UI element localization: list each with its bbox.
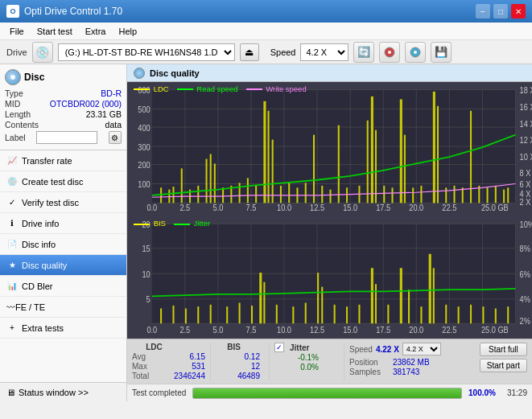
svg-text:8%: 8% bbox=[520, 244, 531, 254]
chart2-legend: BIS Jitter bbox=[134, 219, 210, 228]
svg-text:6 X: 6 X bbox=[520, 180, 531, 190]
minimize-button[interactable]: − bbox=[476, 4, 490, 18]
main-area: Disc Type BD-R MID OTCBDR002 (000) Lengt… bbox=[0, 64, 532, 401]
content-disc-icon bbox=[134, 68, 145, 79]
svg-text:6%: 6% bbox=[520, 269, 531, 279]
nav-fe-te[interactable]: 〰 FE / TE bbox=[0, 297, 126, 318]
svg-text:25.0 GB: 25.0 GB bbox=[481, 325, 509, 335]
svg-rect-32 bbox=[222, 187, 224, 203]
svg-rect-69 bbox=[507, 187, 509, 203]
svg-rect-129 bbox=[346, 306, 348, 323]
speed-stat-label: Speed bbox=[349, 345, 373, 354]
svg-text:10%: 10% bbox=[520, 220, 532, 230]
svg-rect-113 bbox=[160, 309, 162, 324]
svg-text:12 X: 12 X bbox=[520, 136, 532, 146]
drive-bar: Drive 💿 (G:) HL-DT-ST BD-RE WH16NS48 1.D… bbox=[0, 40, 532, 64]
status-text: Test completed bbox=[132, 388, 186, 397]
ldc-total: 2346244 bbox=[161, 372, 205, 380]
menu-help[interactable]: Help bbox=[112, 25, 143, 38]
svg-rect-135 bbox=[408, 290, 410, 323]
svg-rect-118 bbox=[226, 306, 228, 323]
menu-bar: File Start test Extra Help bbox=[0, 23, 532, 40]
svg-text:12.5: 12.5 bbox=[310, 203, 324, 212]
svg-rect-39 bbox=[272, 140, 274, 203]
svg-text:2.5: 2.5 bbox=[179, 325, 190, 335]
menu-extra[interactable]: Extra bbox=[79, 25, 113, 38]
svg-text:5.0: 5.0 bbox=[213, 203, 224, 212]
svg-rect-116 bbox=[197, 306, 199, 323]
label-gear-button[interactable]: ⚙ bbox=[109, 131, 122, 144]
svg-rect-62 bbox=[453, 186, 455, 203]
bis-max: 12 bbox=[216, 362, 260, 371]
status-window-button[interactable]: 🖥 Status window >> bbox=[0, 382, 126, 401]
svg-rect-43 bbox=[305, 183, 307, 203]
svg-text:20.0: 20.0 bbox=[409, 325, 423, 335]
svg-rect-67 bbox=[495, 186, 497, 203]
svg-rect-47 bbox=[338, 125, 340, 203]
content-title: Disc quality bbox=[150, 68, 200, 78]
disc-write-icon[interactable] bbox=[405, 42, 426, 63]
speed-stat-select[interactable]: 4.2 X bbox=[402, 343, 441, 355]
svg-rect-140 bbox=[458, 306, 460, 323]
start-full-button[interactable]: Start full bbox=[480, 343, 527, 356]
svg-rect-68 bbox=[503, 190, 505, 203]
svg-rect-66 bbox=[487, 187, 489, 203]
drive-icon: 💿 bbox=[32, 42, 53, 63]
disc-read-icon[interactable] bbox=[379, 42, 400, 63]
app-title: Opti Drive Control 1.70 bbox=[24, 6, 476, 17]
svg-rect-26 bbox=[181, 168, 183, 203]
svg-rect-134 bbox=[400, 268, 402, 323]
svg-text:2 X: 2 X bbox=[520, 197, 531, 207]
svg-rect-117 bbox=[210, 305, 212, 323]
length-value: 23.31 GB bbox=[86, 109, 122, 119]
svg-rect-139 bbox=[445, 305, 447, 323]
nav-create-test[interactable]: 💿 Create test disc bbox=[0, 171, 126, 192]
svg-rect-115 bbox=[185, 309, 187, 324]
svg-rect-137 bbox=[429, 254, 431, 323]
svg-text:15.0: 15.0 bbox=[343, 325, 357, 335]
refresh-icon[interactable]: 🔄 bbox=[353, 42, 374, 63]
svg-rect-128 bbox=[334, 305, 336, 323]
nav-disc-quality[interactable]: ★ Disc quality bbox=[0, 255, 126, 276]
status-window-label: Status window >> bbox=[19, 388, 89, 397]
position-val: 23862 MB bbox=[393, 358, 430, 367]
svg-rect-52 bbox=[375, 130, 377, 203]
svg-text:14 X: 14 X bbox=[520, 119, 532, 129]
type-value: BD-R bbox=[101, 88, 122, 98]
nav-verify-test[interactable]: ✓ Verify test disc bbox=[0, 192, 126, 213]
nav-extra-tests[interactable]: + Extra tests bbox=[0, 318, 126, 339]
svg-rect-31 bbox=[214, 163, 216, 203]
charts-area: LDC Read speed Write speed bbox=[127, 82, 532, 339]
jitter-checkbox[interactable]: ✓ bbox=[274, 343, 284, 352]
contents-value: data bbox=[105, 120, 122, 129]
length-label: Length bbox=[5, 109, 31, 119]
maximize-button[interactable]: □ bbox=[493, 4, 508, 18]
menu-file[interactable]: File bbox=[3, 25, 31, 38]
sidebar: Disc Type BD-R MID OTCBDR002 (000) Lengt… bbox=[0, 64, 127, 401]
start-part-button[interactable]: Start part bbox=[480, 359, 527, 372]
svg-text:5.0: 5.0 bbox=[213, 325, 224, 335]
svg-text:18 X: 18 X bbox=[520, 86, 532, 96]
progress-percent: 100.0% bbox=[468, 388, 496, 397]
save-icon[interactable]: 💾 bbox=[431, 42, 452, 63]
svg-text:4%: 4% bbox=[520, 295, 531, 305]
status-bar: Test completed 100.0% 31:29 bbox=[127, 384, 532, 401]
svg-rect-23 bbox=[160, 187, 162, 203]
eject-button[interactable]: ⏏ bbox=[240, 43, 259, 61]
svg-rect-25 bbox=[172, 187, 174, 203]
drive-select[interactable]: (G:) HL-DT-ST BD-RE WH16NS48 1.D3 bbox=[58, 43, 235, 61]
nav-disc-info[interactable]: 📄 Disc info bbox=[0, 234, 126, 255]
menu-start-test[interactable]: Start test bbox=[31, 25, 79, 38]
fe-te-icon: 〰 bbox=[6, 302, 15, 312]
svg-text:8 X: 8 X bbox=[520, 168, 531, 178]
speed-select[interactable]: 4.2 X bbox=[300, 43, 348, 61]
nav-transfer-rate[interactable]: 📈 Transfer rate bbox=[0, 150, 126, 171]
svg-rect-122 bbox=[263, 282, 265, 323]
close-button[interactable]: ✕ bbox=[511, 4, 526, 18]
nav-drive-info[interactable]: ℹ Drive info bbox=[0, 213, 126, 234]
svg-text:0.0: 0.0 bbox=[146, 325, 157, 335]
label-input[interactable] bbox=[36, 131, 97, 144]
nav-cd-bler[interactable]: 📊 CD Bler bbox=[0, 276, 126, 297]
svg-rect-57 bbox=[412, 187, 414, 203]
svg-point-3 bbox=[414, 51, 417, 54]
